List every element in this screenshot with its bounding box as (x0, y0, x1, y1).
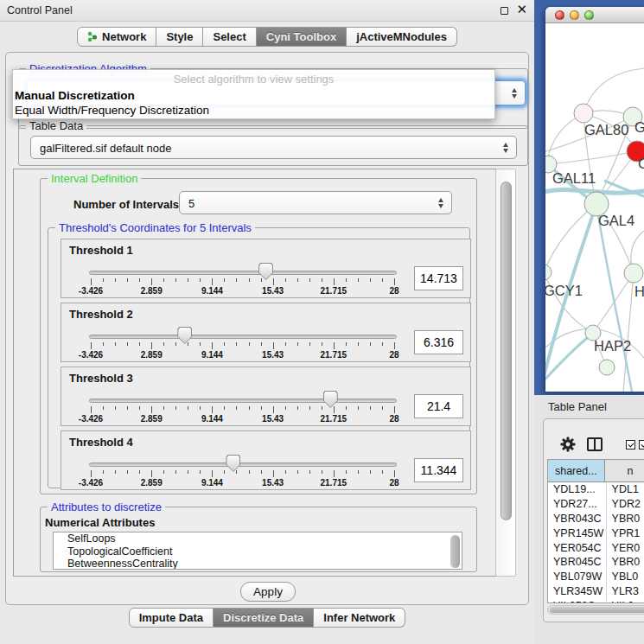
cell-shared-name[interactable]: YDR27... (548, 497, 607, 512)
table-row[interactable]: YDL19...YDL1 (548, 482, 644, 497)
threshold-label: Threshold 1 (69, 244, 133, 257)
column-header-name[interactable]: n (605, 460, 644, 481)
network-node[interactable] (624, 264, 643, 283)
cell-shared-name[interactable]: YBL079W (548, 570, 607, 584)
node-table: shared... n YDL19...YDL1YDR27...YDR2YBR0… (547, 459, 644, 603)
tab-label: Style (166, 28, 193, 46)
column-header-shared-name[interactable]: shared... (548, 460, 605, 481)
slider-tick-labels: -3.4262.8599.14415.4321.71528 (91, 478, 394, 488)
slider-thumb[interactable] (177, 327, 192, 344)
panel-scrollbar-thumb[interactable] (501, 182, 512, 520)
checkbox-icon[interactable] (639, 440, 644, 450)
table-hscrollbar-thumb[interactable] (550, 607, 644, 613)
threshold-value-field[interactable]: 11.344 (414, 458, 463, 482)
bottom-tab-infer-network[interactable]: Infer Network (314, 608, 405, 628)
network-node[interactable] (599, 360, 615, 375)
threshold-label: Threshold 3 (69, 372, 133, 385)
slider-track[interactable] (89, 271, 397, 275)
table-data-group: Table Data galFiltered.sif default node (18, 125, 528, 166)
algorithm-option-0[interactable]: Manual Discretization (13, 88, 494, 103)
bottom-tab-discretize-data[interactable]: Discretize Data (214, 608, 314, 628)
apply-button[interactable]: Apply (240, 582, 296, 602)
cell-shared-name[interactable]: YPR145W (548, 526, 607, 540)
cell-name[interactable]: YBR0 (607, 512, 644, 526)
tab-style[interactable]: Style (156, 27, 203, 47)
tab-jactivemnodules[interactable]: jActiveMNodules (347, 27, 457, 47)
table-data-group-title: Table Data (26, 119, 86, 132)
cell-name[interactable]: YPR1 (607, 526, 644, 540)
bottom-tab-impute-data[interactable]: Impute Data (129, 608, 214, 628)
network-canvas[interactable]: GAL80GACGAL11GAL4GCY1HHAP2 (545, 23, 644, 392)
top-tab-bar: NetworkStyleSelectCyni ToolboxjActiveMNo… (0, 27, 534, 47)
cell-shared-name[interactable]: YLR345W (548, 584, 607, 599)
attribute-item[interactable]: TopologicalCoefficient (54, 545, 462, 558)
table-row[interactable]: YPR145WYPR1 (548, 526, 644, 540)
slider-thumb[interactable] (258, 263, 273, 280)
close-light-icon[interactable] (555, 10, 564, 20)
list-scrollbar[interactable] (450, 535, 460, 568)
cell-name[interactable]: YBL0 (607, 570, 644, 584)
numerical-attributes-list[interactable]: SelfLoopsTopologicalCoefficientBetweenne… (53, 532, 462, 570)
cell-name[interactable]: YDR2 (607, 497, 644, 512)
cell-shared-name[interactable]: YIL052C (548, 598, 607, 603)
cell-shared-name[interactable]: YDL19... (548, 482, 607, 497)
attribute-item[interactable]: BetweennessCentrality (54, 558, 462, 570)
network-edge[interactable] (583, 68, 644, 113)
network-edge[interactable] (548, 151, 637, 164)
split-view-icon[interactable] (587, 437, 603, 451)
node-label: GCY1 (545, 283, 583, 298)
cell-shared-name[interactable]: YBR043C (548, 512, 607, 526)
table-toolbar (544, 419, 644, 458)
table-row[interactable]: YIL052CYIL0 (548, 598, 644, 603)
slider-track[interactable] (89, 462, 397, 467)
cell-shared-name[interactable]: YBR045C (548, 555, 607, 570)
threshold-value-field[interactable]: 6.316 (414, 330, 463, 354)
table-row[interactable]: YBR043CYBR0 (548, 512, 644, 526)
cell-name[interactable]: YLR3 (607, 584, 644, 599)
zoom-light-icon[interactable] (584, 10, 594, 20)
slider-thumb[interactable] (323, 391, 338, 408)
cell-name[interactable]: YDL1 (607, 482, 644, 497)
tab-select[interactable]: Select (203, 27, 256, 47)
close-icon[interactable]: ✕ (516, 2, 527, 17)
tab-cyni-toolbox[interactable]: Cyni Toolbox (257, 27, 347, 47)
table-row[interactable]: YBR045CYBR0 (548, 555, 644, 570)
network-edge[interactable] (593, 273, 634, 333)
checkbox-icon[interactable] (626, 440, 635, 450)
slider-track[interactable] (89, 335, 397, 339)
threshold-value-field[interactable]: 14.713 (414, 266, 463, 290)
threshold-value-field[interactable]: 21.4 (414, 394, 463, 418)
number-of-intervals-combo[interactable]: 5 (179, 191, 452, 214)
network-node[interactable] (545, 265, 552, 280)
gear-icon[interactable] (560, 437, 576, 456)
cell-name[interactable]: YIL0 (607, 598, 644, 603)
table-horizontal-scrollbar[interactable] (547, 605, 644, 615)
minimize-light-icon[interactable] (570, 10, 579, 20)
table-row[interactable]: YLR345WYLR3 (548, 584, 644, 599)
slider-track[interactable] (89, 399, 397, 403)
bottom-tab-label: Discretize Data (223, 609, 303, 627)
network-graph: GAL80GACGAL11GAL4GCY1HHAP2 (545, 23, 644, 392)
threshold-box-4: Threshold 4-3.4262.8599.14415.4321.71528… (61, 430, 471, 490)
slider-tick-labels: -3.4262.8599.14415.4321.71528 (91, 414, 394, 424)
table-row[interactable]: YER054CYER0 (548, 540, 644, 555)
node-label: GAL80 (584, 122, 628, 137)
cell-name[interactable]: YBR0 (607, 555, 644, 570)
float-icon[interactable] (501, 7, 508, 15)
cell-name[interactable]: YER0 (607, 540, 644, 555)
threshold-label: Threshold 4 (69, 436, 133, 449)
slider-thumb[interactable] (226, 455, 240, 472)
attribute-item[interactable]: SelfLoops (54, 532, 462, 545)
panel-scrollbar[interactable] (495, 169, 516, 577)
table-data-combo[interactable]: galFiltered.sif default node (30, 136, 517, 159)
network-node[interactable] (574, 104, 593, 123)
table-row[interactable]: YDR27...YDR2 (548, 497, 644, 512)
tab-network[interactable]: Network (77, 27, 156, 47)
algorithm-dropdown-popup: Select algorithm to view settings Manual… (12, 69, 495, 119)
algorithm-option-1[interactable]: Equal Width/Frequency Discretization (13, 103, 494, 118)
cell-shared-name[interactable]: YER054C (548, 540, 607, 555)
algorithm-combo-placeholder: Select algorithm to view settings (13, 70, 494, 88)
table-row[interactable]: YBL079WYBL0 (548, 570, 644, 584)
slider-ticks (91, 406, 394, 414)
network-edge[interactable] (545, 204, 596, 272)
